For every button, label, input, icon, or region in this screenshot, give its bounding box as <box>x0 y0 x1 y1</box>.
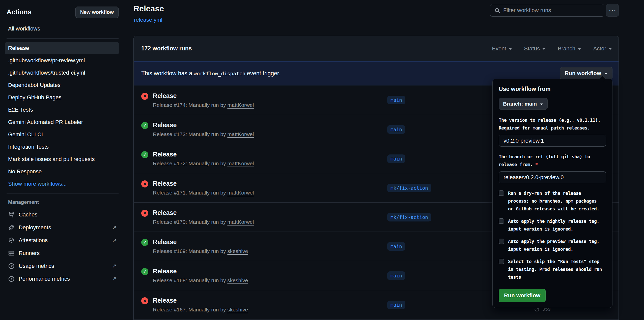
sidebar-title: Actions <box>7 8 32 16</box>
run-description: Release #174: Manually run by mattKorwel <box>153 102 254 108</box>
run-title-link[interactable]: Release <box>153 238 248 246</box>
run-title-link[interactable]: Release <box>153 268 248 275</box>
sidebar-item-label: Attestations <box>19 237 48 244</box>
branch-badge[interactable]: main <box>387 271 405 280</box>
run-workflow-submit-button[interactable]: Run workflow <box>499 289 546 302</box>
preview-tag-checkbox[interactable] <box>499 239 504 244</box>
sidebar-item-caches[interactable]: Caches <box>5 208 119 221</box>
sidebar-item-label: Deployments <box>19 224 51 231</box>
sidebar: Actions New workflow All workflows Relea… <box>0 0 125 320</box>
skip-tests-checkbox[interactable] <box>499 259 504 264</box>
chevron-down-icon <box>578 48 581 50</box>
event-filter[interactable]: Event <box>492 45 512 52</box>
branch-badge[interactable]: main <box>387 125 405 134</box>
kebab-icon: ⋯ <box>609 6 616 14</box>
actions-page: Actions New workflow All workflows Relea… <box>0 0 644 320</box>
meter-icon <box>8 263 15 269</box>
run-status-icon <box>141 151 148 158</box>
run-actor-link[interactable]: mattKorwel <box>227 161 254 166</box>
run-actor-link[interactable]: mattKorwel <box>227 219 254 225</box>
branch-badge[interactable]: main <box>387 96 405 104</box>
sidebar-item-dependabot-updates[interactable]: Dependabot Updates <box>5 79 119 91</box>
branch-badge[interactable]: mk/fix-action <box>387 213 431 221</box>
dropdown-heading: Use workflow from <box>499 86 606 92</box>
run-actor-link[interactable]: mattKorwel <box>227 190 254 196</box>
divider <box>7 194 119 194</box>
run-title-link[interactable]: Release <box>153 121 254 129</box>
sidebar-item-mark-stale[interactable]: Mark stale issues and pull requests <box>5 153 119 165</box>
run-actor-link[interactable]: skeshive <box>227 277 248 283</box>
sidebar-item-runners[interactable]: Runners <box>5 247 119 260</box>
run-title-link[interactable]: Release <box>153 297 248 304</box>
checkbox-label: Auto apply the preview release tag, inpu… <box>508 237 599 253</box>
run-actor-link[interactable]: skeshive <box>227 248 248 254</box>
sidebar-item-e2e-tests[interactable]: E2E Tests <box>5 104 119 116</box>
branch-select-button[interactable]: Branch: main <box>499 98 548 110</box>
run-description: Release #173: Manually run by mattKorwel <box>153 131 254 137</box>
actor-filter[interactable]: Actor <box>593 45 612 52</box>
show-more-workflows-link[interactable]: Show more workflows... <box>5 178 119 190</box>
run-description: Release #167: Manually run by skeshive <box>153 307 248 313</box>
external-link-icon: ↗ <box>112 263 117 269</box>
version-input[interactable] <box>499 135 606 147</box>
run-title-link[interactable]: Release <box>153 151 254 158</box>
run-status-icon <box>141 268 148 275</box>
sidebar-item-performance-metrics[interactable]: Performance metrics ↗ <box>5 273 119 285</box>
external-link-icon: ↗ <box>112 224 117 231</box>
sidebar-item-deployments[interactable]: Deployments ↗ <box>5 221 119 234</box>
run-actor-link[interactable]: skeshive <box>227 307 248 312</box>
run-title-link[interactable]: Release <box>153 209 254 216</box>
ref-input[interactable] <box>499 171 606 183</box>
run-description: Release #169: Manually run by skeshive <box>153 248 248 254</box>
chevron-down-icon <box>608 48 612 50</box>
run-status-icon <box>141 180 148 187</box>
nightly-tag-checkbox[interactable] <box>499 218 504 224</box>
workflow-options-button[interactable]: ⋯ <box>606 4 619 17</box>
external-link-icon: ↗ <box>112 276 117 282</box>
banner-text: This workflow has aworkflow_dispatcheven… <box>141 70 281 77</box>
sidebar-item-pr-review[interactable]: .github/workflows/pr-review.yml <box>5 54 119 67</box>
branch-badge[interactable]: main <box>387 154 405 163</box>
run-workflow-dropdown: Use workflow from Branch: main The versi… <box>492 79 612 308</box>
sidebar-item-release[interactable]: Release <box>5 42 119 54</box>
run-actor-link[interactable]: mattKorwel <box>227 102 254 108</box>
run-description: Release #171: Manually run by mattKorwel <box>153 190 254 196</box>
run-description: Release #168: Manually run by skeshive <box>153 277 248 283</box>
preview-tag-checkbox-row[interactable]: Auto apply the preview release tag, inpu… <box>499 237 606 253</box>
branch-filter[interactable]: Branch <box>558 45 581 52</box>
branch-badge[interactable]: main <box>387 242 405 251</box>
skip-tests-checkbox-row[interactable]: Select to skip the "Run Tests" step in t… <box>499 258 606 281</box>
sidebar-item-deploy-github-pages[interactable]: Deploy GitHub Pages <box>5 91 119 104</box>
run-description: Release #172: Manually run by mattKorwel <box>153 161 254 167</box>
chevron-down-icon <box>509 48 512 50</box>
new-workflow-button[interactable]: New workflow <box>75 7 119 18</box>
branch-badge[interactable]: main <box>387 301 405 309</box>
sidebar-item-no-response[interactable]: No Response <box>5 166 119 178</box>
run-title-link[interactable]: Release <box>153 180 254 187</box>
ref-input-description: The branch or ref (full git sha) to rele… <box>499 153 606 168</box>
filter-workflow-runs-input[interactable] <box>503 7 600 14</box>
sidebar-item-gemini-cli-ci[interactable]: Gemini CLI CI <box>5 129 119 141</box>
sidebar-item-label: Runners <box>19 250 40 257</box>
workflow-file-link[interactable]: release.yml <box>134 17 162 23</box>
run-actor-link[interactable]: mattKorwel <box>227 131 254 137</box>
status-filter[interactable]: Status <box>524 45 546 52</box>
run-description: Release #170: Manually run by mattKorwel <box>153 219 254 225</box>
chevron-down-icon <box>540 103 543 105</box>
required-icon: * <box>535 162 538 167</box>
branch-badge[interactable]: mk/fix-action <box>387 184 431 192</box>
dry-run-checkbox[interactable] <box>499 190 504 196</box>
sidebar-item-usage-metrics[interactable]: Usage metrics ↗ <box>5 260 119 272</box>
sidebar-item-integration-tests[interactable]: Integration Tests <box>5 141 119 153</box>
chevron-down-icon <box>604 73 607 75</box>
sidebar-item-all-workflows[interactable]: All workflows <box>5 23 119 35</box>
dry-run-checkbox-row[interactable]: Run a dry-run of the release process; no… <box>499 189 606 213</box>
sidebar-item-attestations[interactable]: Attestations ↗ <box>5 234 119 247</box>
filter-workflow-runs-box[interactable] <box>490 4 604 17</box>
sidebar-item-gemini-automated-pr-labeler[interactable]: Gemini Automated PR Labeler <box>5 116 119 128</box>
sidebar-item-trusted-ci[interactable]: .github/workflows/trusted-ci.yml <box>5 67 119 79</box>
external-link-icon: ↗ <box>112 237 117 244</box>
search-icon <box>494 8 500 13</box>
nightly-tag-checkbox-row[interactable]: Auto apply the nightly release tag, inpu… <box>499 217 606 233</box>
run-title-link[interactable]: Release <box>153 92 254 100</box>
